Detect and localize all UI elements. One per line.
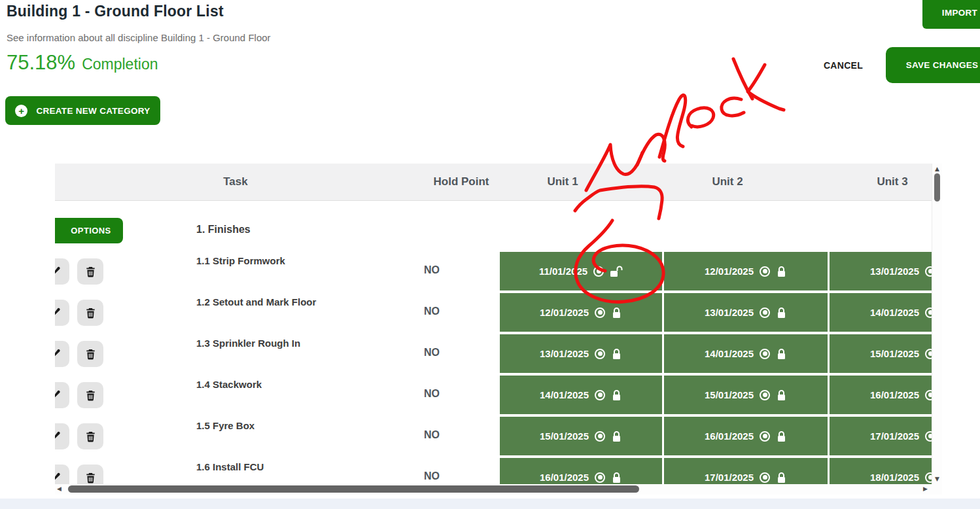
lock-icon[interactable] — [776, 389, 787, 401]
column-header-task: Task — [223, 175, 248, 188]
delete-task-button[interactable] — [77, 382, 103, 408]
pencil-icon — [55, 266, 62, 277]
import-button[interactable]: IMPORT — [922, 0, 980, 29]
unit-date-cell[interactable]: 16/01/2025 — [830, 376, 942, 414]
radio-icon[interactable] — [595, 349, 605, 359]
horizontal-scrollbar-thumb[interactable] — [68, 485, 639, 493]
edit-task-button[interactable] — [55, 341, 69, 367]
table-header: Task Hold Point Unit 1 Unit 2 Unit 3 — [55, 164, 942, 201]
vertical-scrollbar[interactable]: ▲ ▼ — [932, 164, 942, 484]
radio-icon[interactable] — [595, 390, 605, 400]
scroll-right-arrow-icon[interactable]: ▶ — [923, 485, 928, 492]
hold-point-value: NO — [412, 470, 451, 482]
date-value: 17/01/2025 — [870, 430, 919, 442]
task-name: 1.6 Install FCU — [196, 461, 264, 472]
plus-icon: + — [15, 105, 27, 117]
scroll-down-arrow-icon[interactable]: ▼ — [932, 476, 942, 482]
hold-point-value: NO — [412, 347, 451, 359]
date-value: 12/01/2025 — [705, 266, 754, 277]
task-name: 1.4 Stackwork — [196, 379, 262, 390]
radio-icon[interactable] — [760, 266, 770, 277]
column-header-hold-point: Hold Point — [434, 175, 489, 188]
table-row: 1.4 StackworkNO14/01/202515/01/202516/01… — [55, 376, 942, 415]
lock-icon[interactable] — [776, 472, 787, 483]
date-value: 13/01/2025 — [870, 266, 919, 277]
unit-date-cell[interactable]: 12/01/2025 — [500, 293, 662, 332]
scroll-up-arrow-icon[interactable]: ▲ — [932, 166, 942, 172]
date-value: 15/01/2025 — [540, 430, 589, 442]
unit-date-cell[interactable]: 17/01/2025 — [830, 417, 942, 455]
page-title: Building 1 - Ground Floor List — [7, 3, 224, 20]
hold-point-value: NO — [412, 429, 451, 441]
delete-task-button[interactable] — [77, 341, 103, 367]
unit-date-cell[interactable]: 11/01/2025 — [500, 252, 662, 290]
trash-icon — [84, 266, 97, 278]
delete-task-button[interactable] — [77, 300, 103, 326]
unit-date-cell[interactable]: 13/01/2025 — [664, 293, 828, 332]
vertical-scrollbar-thumb[interactable] — [934, 173, 940, 202]
footer-strip — [0, 499, 980, 509]
save-changes-button[interactable]: SAVE CHANGES — [886, 47, 980, 83]
lock-icon[interactable] — [611, 307, 622, 319]
pencil-icon — [55, 389, 62, 401]
pencil-icon — [55, 307, 62, 319]
column-header-unit-3: Unit 3 — [877, 175, 907, 188]
edit-task-button[interactable] — [55, 423, 69, 449]
lock-icon[interactable] — [611, 348, 622, 360]
lock-icon[interactable] — [776, 307, 787, 319]
hold-point-value: NO — [412, 264, 451, 276]
trash-icon — [84, 472, 97, 484]
unit-date-cell[interactable]: 15/01/2025 — [664, 376, 828, 414]
task-name: 1.1 Strip Formwork — [196, 255, 285, 266]
task-name: 1.2 Setout and Mark Floor — [196, 296, 316, 307]
pencil-icon — [55, 348, 62, 360]
radio-icon[interactable] — [595, 431, 605, 442]
create-new-category-button[interactable]: + CREATE NEW CATEGORY — [5, 96, 160, 125]
radio-icon[interactable] — [760, 472, 770, 483]
lock-icon[interactable] — [776, 348, 787, 360]
cancel-button[interactable]: CANCEL — [820, 59, 867, 72]
hold-point-value: NO — [412, 306, 451, 317]
unit-date-cell[interactable]: 13/01/2025 — [830, 252, 942, 290]
unit-date-cell[interactable]: 14/01/2025 — [830, 293, 942, 332]
radio-icon[interactable] — [595, 307, 605, 318]
trash-icon — [84, 348, 97, 360]
date-value: 16/01/2025 — [870, 389, 919, 400]
date-value: 14/01/2025 — [540, 389, 589, 400]
edit-task-button[interactable] — [55, 382, 69, 408]
task-name: 1.3 Sprinkler Rough In — [196, 338, 300, 349]
radio-icon[interactable] — [760, 431, 770, 442]
options-button[interactable]: OPTIONS — [55, 218, 123, 243]
table-row: 1.5 Fyre BoxNO15/01/202516/01/202517/01/… — [55, 417, 942, 456]
completion-indicator: 75.18% Completion — [7, 51, 158, 75]
scroll-left-arrow-icon[interactable]: ◀ — [57, 485, 61, 492]
date-value: 16/01/2025 — [705, 430, 754, 442]
unlock-icon[interactable] — [610, 266, 623, 277]
horizontal-scrollbar[interactable]: ◀ ▶ — [55, 484, 942, 495]
radio-icon[interactable] — [593, 266, 604, 277]
lock-icon[interactable] — [776, 430, 787, 442]
unit-date-cell[interactable]: 12/01/2025 — [664, 252, 828, 290]
delete-task-button[interactable] — [77, 258, 103, 285]
lock-icon[interactable] — [611, 430, 622, 442]
delete-task-button[interactable] — [77, 423, 103, 449]
unit-date-cell[interactable]: 14/01/2025 — [664, 334, 828, 373]
lock-icon[interactable] — [776, 266, 787, 277]
unit-date-cell[interactable]: 15/01/2025 — [500, 417, 662, 455]
unit-date-cell[interactable]: 15/01/2025 — [830, 334, 942, 373]
lock-icon[interactable] — [611, 389, 622, 401]
date-value: 11/01/2025 — [539, 266, 587, 277]
radio-icon[interactable] — [760, 307, 770, 318]
radio-icon[interactable] — [760, 390, 770, 400]
unit-date-cell[interactable]: 16/01/2025 — [664, 417, 828, 455]
unit-date-cell[interactable]: 14/01/2025 — [500, 376, 662, 414]
edit-task-button[interactable] — [55, 300, 69, 326]
lock-icon[interactable] — [611, 472, 622, 483]
radio-icon[interactable] — [760, 349, 770, 359]
table-row: 1.2 Setout and Mark FloorNO12/01/202513/… — [55, 293, 942, 332]
radio-icon[interactable] — [595, 472, 605, 483]
date-value: 14/01/2025 — [705, 348, 754, 359]
edit-task-button[interactable] — [55, 258, 69, 285]
table-row: 1.1 Strip FormworkNO11/01/202512/01/2025… — [55, 252, 942, 291]
unit-date-cell[interactable]: 13/01/2025 — [500, 334, 662, 373]
